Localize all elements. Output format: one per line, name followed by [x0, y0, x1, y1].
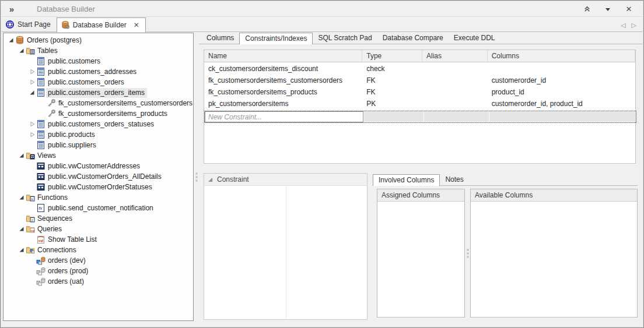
tree-spacer	[38, 100, 47, 107]
tree-item[interactable]: public.customers_orders_items	[4, 87, 193, 98]
tree-item-label: Queries	[36, 224, 64, 234]
document-tab-bar: Start Page Database Builder ✕ ◁ ▷	[2, 17, 642, 32]
tree-item[interactable]: fk_customersordersitems_customersorders	[4, 98, 193, 108]
tree-item[interactable]: Connections	[4, 245, 193, 255]
tree-item[interactable]: fxpublic.send_customer_notification	[4, 203, 193, 213]
constraint-cell-type: FK	[362, 75, 422, 86]
columns-splitter[interactable]	[465, 189, 470, 318]
tree-item[interactable]: orders (uat)	[4, 276, 193, 287]
panel-expand-icon[interactable]: »	[2, 4, 22, 14]
tree-expanded-arrow-icon[interactable]	[18, 225, 26, 232]
tree-item[interactable]: public.vwCustomerOrders_AllDetails	[4, 171, 193, 182]
constraint-row[interactable]: pk_customersordersitemsPKcustomerorder_i…	[204, 98, 635, 110]
tree-collapsed-arrow-icon[interactable]	[28, 68, 36, 75]
tree-item[interactable]: fxFunctions	[4, 192, 193, 203]
tab-constraints-indexes[interactable]: Constraints/Indexes	[239, 33, 313, 44]
constraint-detail-panel: Involved ColumnsNotes Assigned Columns A…	[373, 174, 638, 320]
tree-item[interactable]: public.customers_orders_statuses	[4, 119, 193, 129]
tree-item[interactable]: public.suppliers	[4, 140, 193, 150]
tree-expanded-arrow-icon[interactable]	[28, 89, 36, 96]
tree-item[interactable]: public.vwCustomerOrderStatuses	[4, 182, 193, 192]
svg-text:fx: fx	[38, 206, 43, 211]
tree-item[interactable]: public.customers_addresses	[4, 66, 193, 77]
column-header-name: Name	[204, 50, 362, 62]
tab-involved-columns[interactable]: Involved Columns	[373, 174, 440, 186]
tree-item[interactable]: 2Sequences	[4, 213, 193, 224]
tree-item-label: Tables	[36, 46, 60, 56]
tree-collapsed-arrow-icon[interactable]	[28, 79, 36, 86]
tab-sql-scratch-pad[interactable]: SQL Scratch Pad	[313, 33, 377, 44]
tab-start-page[interactable]: Start Page	[2, 17, 57, 31]
new-constraint-cell	[489, 112, 636, 122]
tree-spacer	[28, 204, 36, 211]
tree-item-label: public.customers_orders	[46, 77, 127, 87]
tree-collapsed-arrow-icon[interactable]	[28, 121, 36, 128]
tab-scroll-right-icon[interactable]: ▷	[632, 22, 636, 29]
collapse-triangle-icon	[208, 177, 213, 182]
tree-expanded-arrow-icon[interactable]	[7, 37, 15, 44]
constraint-row[interactable]: fk_customersordersitems_customersordersF…	[204, 75, 635, 86]
database-builder-window: » Database Builder ✕ Start Page	[0, 0, 644, 328]
assigned-columns-list[interactable]: Assigned Columns	[377, 189, 465, 318]
svg-text:sql: sql	[31, 230, 35, 232]
tab-database-builder[interactable]: Database Builder ✕	[57, 17, 146, 32]
database-icon	[15, 36, 25, 45]
folder-view-icon	[26, 151, 36, 160]
view-icon	[36, 182, 46, 192]
tree-item[interactable]: Tables	[4, 45, 193, 56]
tree-item-label: orders (prod)	[46, 266, 90, 276]
constraint-row[interactable]: ck_customersordersitems_discountcheck	[204, 63, 635, 75]
tree-item[interactable]: fk_customersordersitems_products	[4, 108, 193, 119]
constraints-grid: NameTypeAliasColumns ck_customersordersi…	[204, 50, 636, 164]
tree-item[interactable]: sqlQueries	[4, 224, 193, 234]
svg-text:fx: fx	[31, 197, 34, 201]
constraint-cell-alias	[422, 75, 488, 86]
tab-scroll-left-icon[interactable]: ◁	[621, 22, 625, 29]
tab-columns[interactable]: Columns	[201, 33, 239, 44]
tree-item[interactable]: Orders (postgres)	[4, 35, 193, 45]
tree-spacer	[28, 267, 36, 274]
tree-expanded-arrow-icon[interactable]	[18, 152, 26, 159]
available-columns-list[interactable]: Available Columns	[470, 189, 638, 318]
sql-icon: sql	[36, 235, 46, 244]
tree-item-label: public.suppliers	[46, 140, 99, 150]
constraint-cell-type: check	[362, 63, 422, 75]
column-header-columns: Columns	[488, 50, 635, 62]
tree-spacer	[28, 236, 36, 243]
folder-conn-icon	[26, 245, 36, 255]
tree-item-label: fk_customersordersitems_products	[57, 109, 170, 119]
constraint-cell-name: fk_customersordersitems_products	[204, 86, 362, 98]
collapse-chevrons-icon[interactable]	[582, 5, 592, 14]
constraint-panel-header[interactable]: Constraint	[204, 174, 367, 186]
constraint-properties-panel: Constraint	[204, 173, 368, 320]
tree-item-label: orders (uat)	[46, 277, 86, 287]
tree-collapsed-arrow-icon[interactable]	[28, 131, 36, 138]
folder-seq-icon: 2	[26, 214, 36, 223]
close-icon[interactable]: ✕	[624, 5, 634, 14]
constraint-cell-columns: product_id	[488, 86, 635, 98]
tab-close-icon[interactable]: ✕	[134, 21, 139, 29]
new-constraint-input[interactable]	[205, 111, 363, 122]
constraint-cell-name: fk_customersordersitems_customersorders	[204, 75, 362, 86]
tab-notes[interactable]: Notes	[440, 174, 468, 185]
tab-database-compare[interactable]: Database Compare	[377, 33, 449, 44]
tree-item[interactable]: public.customers	[4, 56, 193, 66]
tree-item[interactable]: public.customers_orders	[4, 77, 193, 87]
tree-item[interactable]: orders (prod)	[4, 266, 193, 276]
tree-item[interactable]: Views	[4, 150, 193, 161]
column-header-type: Type	[362, 50, 422, 62]
tree-expanded-arrow-icon[interactable]	[18, 246, 26, 253]
tree-item[interactable]: orders (dev)	[4, 255, 193, 266]
tree-expanded-arrow-icon[interactable]	[18, 194, 26, 201]
title-bar: » Database Builder ✕	[2, 2, 642, 17]
tree-spacer	[28, 278, 36, 285]
main-splitter[interactable]	[194, 33, 199, 321]
tree-expanded-arrow-icon[interactable]	[18, 47, 26, 54]
tree-item[interactable]: public.vwCustomerAddresses	[4, 161, 193, 171]
menu-dropdown-icon[interactable]	[603, 5, 613, 14]
tree-item[interactable]: sqlShow Table List	[4, 234, 193, 245]
tree-item[interactable]: public.products	[4, 129, 193, 140]
tab-execute-ddl[interactable]: Execute DDL	[449, 33, 501, 44]
tree-spacer	[28, 257, 36, 264]
constraint-row[interactable]: fk_customersordersitems_productsFKproduc…	[204, 86, 635, 98]
